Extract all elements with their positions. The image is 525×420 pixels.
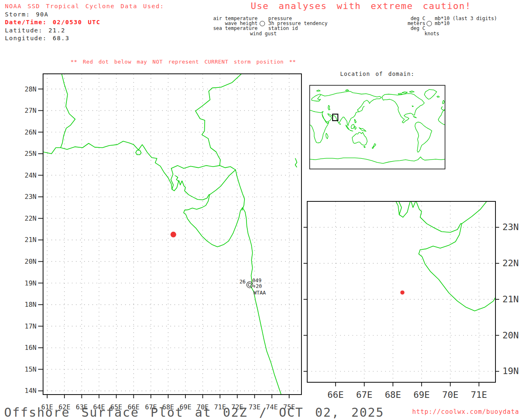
main-lat-tick-label: 27N [25,107,37,114]
zoom-map-axes: 66E67E68E69E70E71E19N20N21N22N23N [304,222,519,400]
zoom-lat-tick-label: 20N [502,330,519,340]
station-id: WTAA [253,290,266,296]
units-knots-label: knots [413,31,450,36]
source-url[interactable]: http://coolwx.com/buoydata [412,408,519,415]
main-lat-tick-label: 19N [25,279,37,287]
noaa-ssd-line: NOAA SSD Tropical Cyclone Data Used: [5,2,164,11]
main-lat-tick-label: 16N [25,344,37,352]
zoom-lon-tick-label: 66E [327,390,344,400]
storm-longitude: Longitude: 68.3 [5,34,164,43]
page: NOAA SSD Tropical Cyclone Data Used: Sto… [0,0,525,420]
main-lat-tick-label: 22N [25,215,37,222]
main-map-coastlines [43,73,297,395]
legend-wind-gust-label: wind gust [244,31,282,36]
station-plot-wtaa: 26049+20WTAA [240,277,266,296]
zoom-storm-position-dot [400,290,404,294]
zoom-lon-tick-label: 69E [413,390,430,400]
main-lat-tick-label: 24N [25,171,37,179]
main-lat-tick-label: 23N [25,193,37,201]
main-lat-tick-label: 18N [25,301,37,308]
units-deg-c-2-label: deg C [381,26,425,31]
main-lat-tick-label: 17N [25,322,37,330]
world-coastlines [310,89,445,163]
main-lat-tick-label: 28N [25,85,37,93]
units-station-circle-icon [427,21,432,26]
storm-position-dot [171,232,176,237]
zoom-lat-tick-label: 22N [502,258,519,268]
zoom-lat-tick-label: 19N [502,366,519,376]
world-inset-map [308,68,447,172]
storm-latitude: Latitude: 21.2 [5,27,164,35]
legend-sea-temperature-label: sea temperature [193,26,258,31]
station-air-temperature: 26 [240,278,246,285]
main-lat-tick-label: 15N [25,365,37,373]
zoom-lon-tick-label: 67E [356,390,372,400]
world-map-frame [310,85,445,169]
legend-station-id-label: station id [268,26,298,31]
zoom-lon-tick-label: 71E [471,390,487,400]
station-pressure: 049 [252,277,262,283]
main-map: 61E62E63E64E65E66E67E68E69E70E71E72E73E7… [23,68,310,410]
zoom-lat-tick-label: 23N [502,222,519,232]
zoom-lon-tick-label: 68E [385,390,401,400]
storm-info-block: NOAA SSD Tropical Cyclone Data Used: Sto… [5,2,164,43]
plot-title: Offshore Surface Plot at 02Z / OCT 02, 2… [4,405,384,420]
zoom-lat-tick-label: 21N [502,294,519,304]
zoom-map-coastlines [301,197,525,404]
zoom-lon-tick-label: 70E [442,390,459,400]
station-circle-inner [248,283,251,287]
storm-datetime: Date/Time: 02/0530 UTC [5,18,164,27]
zoom-map: 66E67E68E69E70E71E19N20N21N22N23N [301,197,525,404]
main-lat-tick-label: 26N [25,128,37,136]
red-dot-warning: ** Red dot below may NOT represent CURRE… [71,59,296,65]
main-lat-tick-label: 21N [25,236,37,244]
units-mb10-label: mb*10 [435,21,450,26]
main-lat-tick-label: 20N [25,258,37,265]
station-pressure-tendency: +20 [253,283,262,289]
main-lat-tick-label: 14N [25,387,37,395]
main-lat-tick-label: 25N [25,150,37,158]
station-circle-icon [260,21,265,26]
storm-id: Storm: 90A [5,11,164,19]
caution-headline: Use analyses with extreme caution! [246,1,476,11]
